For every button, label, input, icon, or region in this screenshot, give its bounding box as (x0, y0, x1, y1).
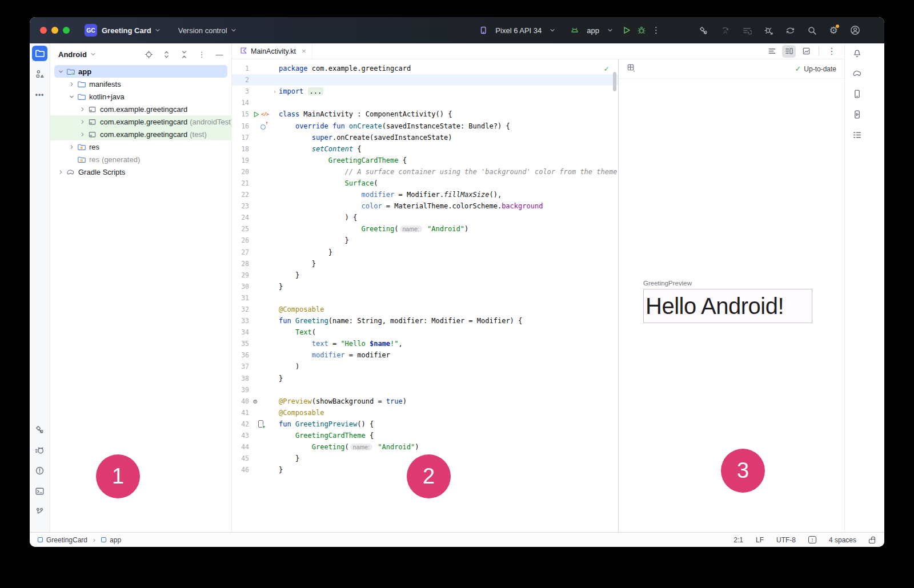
terminal-tool-button[interactable] (32, 484, 47, 499)
preview-settings-gear-icon[interactable]: ⚙ (253, 397, 257, 405)
settings-gear-icon[interactable]: ⚙ (826, 23, 841, 38)
code-line-39[interactable]: 39 (232, 384, 618, 396)
close-tab-icon[interactable]: × (302, 47, 306, 55)
code-line-19[interactable]: 19 GreetingCardTheme { (232, 155, 618, 166)
running-devices-tool-button[interactable] (849, 107, 865, 122)
code-line-33[interactable]: 33fun Greeting(name: String, modifier: M… (232, 315, 618, 327)
tree-chevron-icon[interactable] (78, 117, 87, 127)
logcat-tool-button[interactable] (32, 442, 47, 458)
run-button[interactable] (619, 23, 634, 38)
device-selector[interactable]: Pixel 6 API 34 (476, 23, 556, 38)
code-line-30[interactable]: 30} (232, 281, 618, 292)
code-line-41[interactable]: 41@Composable (232, 407, 618, 418)
fold-expand-icon[interactable]: › (272, 88, 276, 95)
code-line-40[interactable]: 40⚙@Preview(showBackground = true) (232, 396, 618, 407)
hide-panel-icon[interactable]: — (214, 49, 225, 59)
code-line-24[interactable]: 24 ) { (232, 212, 618, 223)
version-control-tool-button[interactable] (32, 504, 47, 519)
profiler-icon[interactable] (761, 23, 776, 38)
tree-chevron-icon[interactable] (67, 142, 77, 152)
tree-item-kotlin-java[interactable]: kotlin+java (50, 90, 231, 103)
code-line-21[interactable]: 21 Surface( (232, 178, 618, 189)
breadcrumb-module[interactable]: app (110, 536, 121, 544)
close-window-button[interactable] (40, 27, 47, 34)
code-line-29[interactable]: 29 } (232, 269, 618, 281)
code-with-me-icon[interactable] (783, 23, 797, 38)
zoom-window-button[interactable] (63, 27, 70, 34)
encoding-widget[interactable]: UTF-8 (776, 536, 796, 544)
inspection-highlight-widget[interactable]: ! (808, 536, 816, 543)
tree-item-gradle-scripts[interactable]: Gradle Scripts (50, 166, 231, 178)
vcs-menu[interactable]: Version control (178, 26, 227, 35)
tree-chevron-icon[interactable] (56, 167, 66, 177)
tree-chevron-icon[interactable] (67, 92, 77, 102)
code-line-27[interactable]: 27 } (232, 247, 618, 258)
code-line-26[interactable]: 26 } (232, 235, 618, 246)
tree-item-res[interactable]: res (50, 140, 231, 153)
code-line-32[interactable]: 32@Composable (232, 304, 618, 315)
project-tool-button[interactable] (32, 46, 47, 61)
code-line-31[interactable]: 31 (232, 292, 618, 304)
code-line-36[interactable]: 36 modifier = modifier (232, 349, 618, 361)
unlocked-icon[interactable] (869, 537, 875, 543)
code-line-44[interactable]: 44 Greeting(name: "Android") (232, 441, 618, 453)
line-ending-widget[interactable]: LF (756, 536, 764, 544)
editor-scrollbar[interactable] (613, 72, 616, 91)
split-view-button[interactable] (782, 45, 796, 58)
tree-item-com-example-greetingcard[interactable]: com.example.greetingcard (test) (50, 128, 231, 140)
code-line-28[interactable]: 28 } (232, 258, 618, 269)
indent-widget[interactable]: 4 spaces (829, 536, 856, 544)
problems-tool-button[interactable] (32, 463, 47, 478)
preview-composable-name[interactable]: GreetingPreview (643, 280, 692, 287)
overriding-method-icon[interactable]: ↑ (260, 122, 268, 130)
tree-item-com-example-greetingcard[interactable]: com.example.greetingcard (androidTest) (50, 115, 231, 128)
code-line-35[interactable]: 35 text = "Hello $name!", (232, 338, 618, 349)
code-line-16[interactable]: 16↑ override fun onCreate(savedInstanceS… (232, 120, 618, 131)
design-view-button[interactable] (799, 45, 813, 58)
locate-file-icon[interactable] (143, 49, 154, 59)
code-line-25[interactable]: 25 Greeting(name: "Android") (232, 223, 618, 235)
debug-button[interactable] (634, 23, 649, 38)
code-line-37[interactable]: 37 ) (232, 361, 618, 372)
tree-item-res[interactable]: res (generated) (50, 153, 231, 166)
tree-chevron-icon[interactable] (56, 67, 66, 76)
gutter-fold[interactable]: › (249, 86, 279, 97)
preview-sync-status[interactable]: ✓ Up-to-date (795, 65, 836, 73)
tree-item-manifests[interactable]: manifests (50, 78, 231, 90)
code-line-18[interactable]: 18 setContent { (232, 143, 618, 155)
code-line-42[interactable]: 42fun GreetingPreview() { (232, 418, 618, 430)
project-name-menu[interactable]: Greeting Card (102, 26, 151, 35)
collapse-all-icon[interactable] (179, 49, 189, 59)
code-line-43[interactable]: 43 GreetingCardTheme { (232, 430, 618, 441)
build-hammer-icon[interactable] (696, 23, 711, 38)
tree-item-app[interactable]: app (54, 65, 227, 78)
minimize-window-button[interactable] (51, 27, 58, 34)
gutter-ovr[interactable]: ↑ (249, 120, 279, 131)
account-profile-icon[interactable] (848, 23, 863, 38)
tree-chevron-icon[interactable] (78, 130, 87, 139)
code-line-3[interactable]: 3›import ... (232, 86, 618, 97)
preview-grid-layout-icon[interactable] (627, 63, 635, 74)
code-line-22[interactable]: 22 modifier = Modifier.fillMaxSize(), (232, 189, 618, 200)
build-tool-button[interactable] (32, 422, 47, 437)
code-line-34[interactable]: 34 Text( (232, 327, 618, 338)
code-view-button[interactable] (765, 45, 779, 58)
device-manager-tool-button[interactable] (849, 86, 865, 102)
code-line-17[interactable]: 17 super.onCreate(savedInstanceState) (232, 132, 618, 143)
more-actions-menu[interactable]: ⋮ (649, 23, 664, 38)
build-variants-tool-button[interactable] (849, 127, 865, 143)
panel-options-menu[interactable]: ⋮ (197, 49, 207, 59)
tree-chevron-icon[interactable] (67, 79, 77, 89)
structure-tool-button[interactable] (32, 66, 47, 82)
preview-render-frame[interactable]: Hello Android! (643, 289, 812, 323)
code-line-23[interactable]: 23 color = MaterialTheme.colorScheme.bac… (232, 200, 618, 212)
gutter-prun[interactable] (249, 418, 279, 430)
expand-all-icon[interactable] (161, 49, 171, 59)
gradle-tool-button[interactable] (849, 66, 865, 81)
code-line-14[interactable]: 14 (232, 97, 618, 108)
notifications-bell-icon[interactable] (849, 45, 865, 61)
code-line-20[interactable]: 20 // A surface container using the 'bac… (232, 166, 618, 178)
caret-position-widget[interactable]: 2:1 (733, 536, 743, 544)
gutter-gear[interactable]: ⚙ (249, 396, 279, 407)
run-class-icon[interactable]: </> (249, 108, 279, 120)
